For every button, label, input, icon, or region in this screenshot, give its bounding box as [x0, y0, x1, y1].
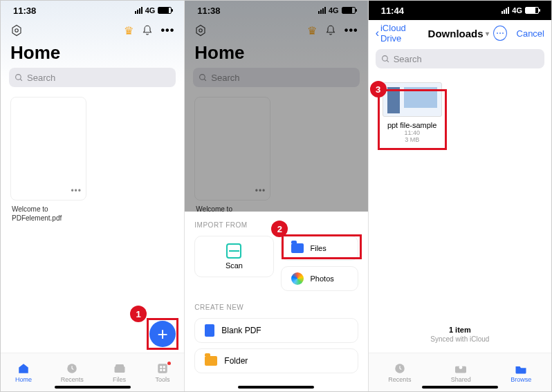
nav-bar: ‹ iCloud Drive Downloads ▾ ⋯ Cancel [369, 20, 551, 46]
tab-browse[interactable]: Browse [510, 362, 531, 383]
home-icon [17, 362, 30, 375]
tab-tools[interactable]: Tools [155, 362, 169, 383]
signal-icon [135, 7, 142, 14]
tab-bar: Home Recents Files Tools [1, 353, 184, 391]
scan-icon [226, 243, 241, 259]
photos-icon [291, 272, 304, 285]
settings-icon[interactable] [10, 24, 23, 37]
create-blank-pdf[interactable]: Blank PDF [194, 318, 358, 343]
status-time: 11:44 [381, 6, 404, 16]
screen-import-sheet: 11:38 4G ♛ ••• Home Search ••• Welcome t… [184, 1, 367, 391]
search-icon [381, 55, 390, 64]
clock-icon [393, 362, 407, 375]
step-highlight-1 [147, 318, 178, 350]
home-indicator [55, 386, 131, 389]
file-card[interactable]: ••• [10, 97, 86, 200]
svg-point-2 [16, 74, 21, 80]
chevron-left-icon: ‹ [376, 27, 379, 39]
search-placeholder: Search [394, 54, 422, 64]
chevron-down-icon: ▾ [486, 30, 489, 37]
svg-line-17 [387, 60, 389, 62]
network-label: 4G [512, 6, 522, 15]
search-placeholder: Search [27, 73, 55, 83]
battery-icon [158, 7, 172, 14]
crown-icon[interactable]: ♛ [124, 24, 134, 37]
status-right: 4G [502, 6, 539, 15]
status-time: 11:38 [13, 6, 36, 16]
top-actions: ♛ ••• [1, 20, 184, 41]
page-title: Home [1, 41, 184, 68]
search-input[interactable]: Search [376, 49, 544, 68]
tab-shared[interactable]: Shared [451, 362, 471, 383]
tab-recents[interactable]: Recents [61, 362, 84, 383]
svg-point-1 [15, 29, 19, 32]
svg-rect-10 [160, 368, 162, 371]
svg-rect-6 [116, 364, 124, 368]
step-highlight-3 [378, 89, 447, 150]
status-right: 4G [135, 6, 172, 15]
tools-icon [156, 362, 169, 375]
clock-icon [65, 362, 79, 375]
network-label: 4G [145, 6, 156, 15]
svg-rect-9 [163, 366, 165, 368]
tab-home[interactable]: Home [15, 362, 32, 383]
import-photos[interactable]: Photos [281, 266, 358, 291]
tab-files[interactable]: Files [113, 362, 127, 383]
modal-overlay[interactable] [185, 1, 367, 212]
home-indicator [422, 386, 498, 389]
search-input[interactable]: Search [9, 68, 176, 87]
svg-line-3 [20, 79, 22, 81]
more-menu-button[interactable]: ⋯ [493, 26, 507, 41]
svg-rect-7 [158, 364, 167, 373]
step-highlight-2 [282, 234, 362, 259]
battery-icon [525, 7, 539, 14]
card-more-icon[interactable]: ••• [71, 186, 82, 196]
import-scan[interactable]: Scan [194, 236, 273, 277]
screen-file-picker: 11:44 4G ‹ iCloud Drive Downloads ▾ ⋯ Ca… [368, 1, 551, 391]
bell-icon[interactable] [142, 25, 153, 36]
signal-icon [502, 7, 509, 14]
cancel-button[interactable]: Cancel [517, 28, 544, 39]
files-icon [113, 362, 127, 375]
svg-point-16 [382, 55, 387, 61]
svg-rect-11 [163, 368, 165, 371]
search-icon [15, 73, 24, 82]
browse-icon [514, 362, 528, 375]
tab-bar: Recents Shared Browse [369, 353, 551, 391]
status-bar: 11:38 4G [1, 1, 184, 20]
sync-status: 1 item Synced with iCloud [369, 326, 551, 343]
status-bar: 11:44 4G [369, 1, 551, 20]
step-badge-3: 3 [370, 81, 387, 97]
home-indicator [238, 386, 314, 389]
item-count: 1 item [369, 326, 551, 334]
svg-point-20 [459, 366, 463, 369]
file-name: Welcome to PDFelement.pdf [1, 200, 77, 223]
folder-icon [205, 356, 217, 366]
section-create-label: CREATE NEW [194, 304, 358, 311]
svg-rect-8 [160, 366, 162, 368]
tab-recents[interactable]: Recents [388, 362, 411, 383]
more-icon[interactable]: ••• [161, 24, 175, 37]
document-icon [205, 324, 214, 337]
step-badge-1: 1 [130, 306, 147, 322]
screen-home: 11:38 4G ♛ ••• Home Search ••• Welcome t… [1, 1, 184, 391]
shared-icon [454, 362, 468, 375]
location-title[interactable]: Downloads ▾ [428, 28, 489, 39]
back-button[interactable]: ‹ iCloud Drive [376, 23, 424, 44]
sync-label: Synced with iCloud [369, 335, 551, 343]
svg-marker-0 [12, 26, 21, 36]
create-folder[interactable]: Folder [194, 348, 358, 373]
